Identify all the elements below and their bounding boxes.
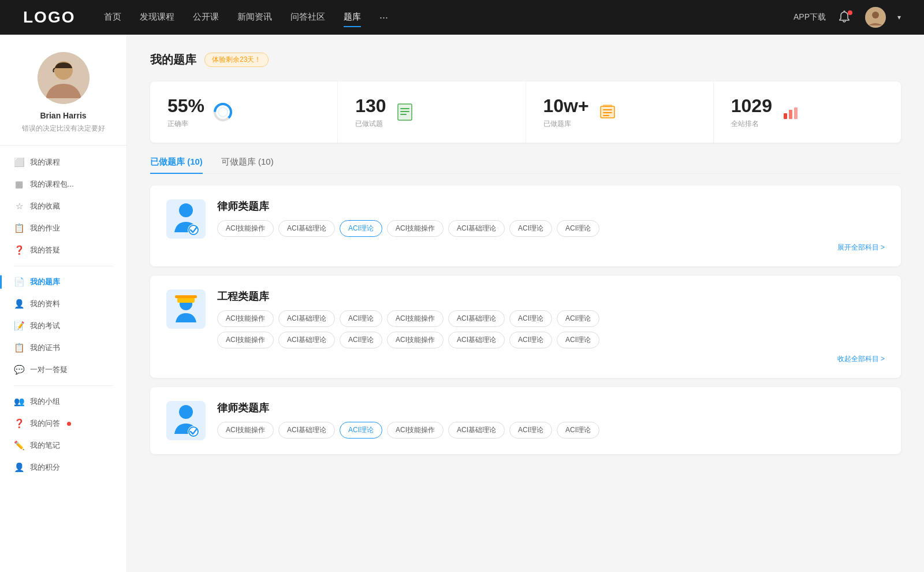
cert-icon: 📋 — [14, 343, 24, 353]
sidebar-label-my-package: 我的课程包... — [30, 179, 74, 190]
qbank-eng-tag-r1-4[interactable]: ACI基础理论 — [448, 310, 505, 327]
sidebar-item-materials[interactable]: 👤 我的资料 — [6, 293, 121, 315]
sidebar-item-points[interactable]: 👤 我的积分 — [6, 456, 121, 478]
app-download-button[interactable]: APP下载 — [793, 12, 826, 23]
qbank-eng-tag-r1-0[interactable]: ACI技能操作 — [217, 310, 274, 327]
sidebar-item-notes[interactable]: ✏️ 我的笔记 — [6, 434, 121, 456]
qbank-tag2-3[interactable]: ACI技能操作 — [387, 422, 444, 439]
qbank-icon-lawyer-1 — [166, 199, 206, 239]
qbank-tag-6[interactable]: ACI理论 — [557, 220, 599, 237]
sidebar-item-my-course[interactable]: ⬜ 我的课程 — [6, 151, 121, 173]
tab-done-banks[interactable]: 已做题库 (10) — [150, 157, 203, 173]
qbank-eng-tag-r2-6[interactable]: ACI理论 — [557, 332, 599, 348]
sidebar-label-materials: 我的资料 — [30, 299, 60, 309]
qbank-eng-tag-r2-1[interactable]: ACI基础理论 — [278, 332, 335, 348]
sidebar-item-exam[interactable]: 📝 我的考试 — [6, 315, 121, 337]
sidebar-label-my-course: 我的课程 — [30, 157, 60, 168]
profile-name: Brian Harris — [40, 111, 86, 120]
homework-icon: 📋 — [14, 223, 24, 233]
sidebar-item-favorites[interactable]: ☆ 我的收藏 — [6, 195, 121, 217]
questions-dot-badge — [67, 422, 71, 426]
stat-rank-value: 1029 — [731, 95, 772, 117]
profile-motto: 错误的决定比没有决定要好 — [22, 124, 105, 133]
sidebar-label-qa: 我的答疑 — [30, 245, 60, 255]
sidebar-label-group: 我的小组 — [30, 396, 60, 407]
sidebar-item-my-package[interactable]: ▦ 我的课程包... — [6, 173, 121, 195]
qbank-tag2-0[interactable]: ACI技能操作 — [217, 422, 274, 439]
stat-done-questions-value-group: 130 已做试题 — [355, 95, 386, 129]
sidebar-item-homework[interactable]: 📋 我的作业 — [6, 217, 121, 239]
navbar-right: APP下载 ▾ — [793, 7, 901, 28]
qbank-tag-0[interactable]: ACI技能操作 — [217, 220, 274, 237]
sidebar-item-qbank[interactable]: 📄 我的题库 — [6, 271, 121, 293]
qbank-expand-lawyer-1[interactable]: 展开全部科目 > — [217, 243, 885, 252]
svg-point-1 — [872, 12, 879, 18]
nav-courses[interactable]: 发现课程 — [140, 12, 174, 24]
note-icon: ✏️ — [14, 440, 24, 451]
qbank-tag-3[interactable]: ACI技能操作 — [387, 220, 444, 237]
qbank-eng-tag-r2-5[interactable]: ACI理论 — [509, 332, 552, 348]
sidebar-item-questions[interactable]: ❓ 我的问答 — [6, 413, 121, 434]
qbank-tag2-2-selected[interactable]: ACI理论 — [340, 422, 382, 439]
nav-open-course[interactable]: 公开课 — [193, 12, 219, 24]
sidebar-item-one-on-one[interactable]: 💬 一对一答疑 — [6, 359, 121, 381]
qbank-tag2-5[interactable]: ACI理论 — [509, 422, 552, 439]
nav-home[interactable]: 首页 — [104, 12, 121, 24]
sidebar-label-notes: 我的笔记 — [30, 440, 60, 451]
tab-available-banks[interactable]: 可做题库 (10) — [221, 157, 274, 173]
qbank-eng-tag-r1-2[interactable]: ACI理论 — [340, 310, 382, 327]
qbank-card-lawyer-2: 律师类题库 ACI技能操作 ACI基础理论 ACI理论 ACI技能操作 ACI基… — [150, 387, 901, 454]
nav-qa[interactable]: 问答社区 — [290, 12, 325, 24]
qbank-tags-row1-engineer: ACI技能操作 ACI基础理论 ACI理论 ACI技能操作 ACI基础理论 AC… — [217, 310, 885, 327]
exam-icon: 📝 — [14, 321, 24, 331]
qbank-expand-engineer[interactable]: 收起全部科目 > — [217, 354, 885, 364]
sidebar-label-exam: 我的考试 — [30, 321, 60, 331]
navbar: LOGO 首页 发现课程 公开课 新闻资讯 问答社区 题库 ··· APP下载 … — [0, 0, 924, 35]
sidebar-label-points: 我的积分 — [30, 462, 60, 473]
qbank-eng-tag-r1-6[interactable]: ACI理论 — [557, 310, 599, 327]
page-header: 我的题库 体验剩余23天！ — [150, 52, 901, 68]
points-icon: 👤 — [14, 462, 24, 473]
qbank-eng-tag-r1-3[interactable]: ACI技能操作 — [387, 310, 444, 327]
stat-done-banks: 10w+ 已做题库 — [526, 81, 714, 143]
qbank-eng-tag-r1-5[interactable]: ACI理论 — [509, 310, 552, 327]
notification-bell[interactable] — [837, 9, 854, 25]
qbank-eng-tag-r2-4[interactable]: ACI基础理论 — [448, 332, 505, 348]
file-icon: 👤 — [14, 299, 24, 309]
qbank-eng-tag-r2-2[interactable]: ACI理论 — [340, 332, 382, 348]
rank-icon — [780, 102, 801, 122]
qbank-tag2-6[interactable]: ACI理论 — [557, 422, 599, 439]
qbank-eng-tag-r1-1[interactable]: ACI基础理论 — [278, 310, 335, 327]
nav-more[interactable]: ··· — [379, 12, 388, 24]
qbank-tag-4[interactable]: ACI基础理论 — [448, 220, 505, 237]
user-avatar[interactable] — [865, 7, 886, 28]
nav-links: 首页 发现课程 公开课 新闻资讯 问答社区 题库 ··· — [104, 12, 770, 24]
nav-qbank[interactable]: 题库 — [344, 12, 361, 24]
stat-done-questions-label: 已做试题 — [355, 119, 386, 129]
qbank-tag2-4[interactable]: ACI基础理论 — [448, 422, 505, 439]
svg-rect-17 — [603, 105, 612, 107]
svg-rect-26 — [175, 295, 197, 298]
sidebar-item-qa[interactable]: ❓ 我的答疑 — [6, 239, 121, 261]
qbank-tag-5[interactable]: ACI理论 — [509, 220, 552, 237]
qbank-card-engineer: 工程类题库 ACI技能操作 ACI基础理论 ACI理论 ACI技能操作 ACI基… — [150, 276, 901, 378]
page-title: 我的题库 — [150, 52, 196, 68]
qbank-tag-1[interactable]: ACI基础理论 — [278, 220, 335, 237]
course-icon: ⬜ — [14, 157, 24, 168]
qbank-tag-2-selected[interactable]: ACI理论 — [340, 220, 382, 237]
qbank-eng-tag-r2-0[interactable]: ACI技能操作 — [217, 332, 274, 348]
qbank-tags-row2-engineer: ACI技能操作 ACI基础理论 ACI理论 ACI技能操作 ACI基础理论 AC… — [217, 332, 885, 348]
qbank-tag2-1[interactable]: ACI基础理论 — [278, 422, 335, 439]
done-banks-icon — [597, 102, 618, 122]
sidebar-item-cert[interactable]: 📋 我的证书 — [6, 337, 121, 359]
user-menu-chevron[interactable]: ▾ — [897, 13, 901, 21]
nav-news[interactable]: 新闻资讯 — [237, 12, 272, 24]
stat-accuracy-label: 正确率 — [167, 119, 204, 129]
qbank-name-engineer: 工程类题库 — [217, 289, 885, 303]
sidebar-item-group[interactable]: 👥 我的小组 — [6, 391, 121, 413]
stat-rank: 1029 全站排名 — [714, 81, 901, 143]
qbank-tags-lawyer-2: ACI技能操作 ACI基础理论 ACI理论 ACI技能操作 ACI基础理论 AC… — [217, 422, 885, 439]
tabs-row: 已做题库 (10) 可做题库 (10) — [150, 157, 901, 174]
svg-point-6 — [218, 107, 228, 117]
qbank-eng-tag-r2-3[interactable]: ACI技能操作 — [387, 332, 444, 348]
